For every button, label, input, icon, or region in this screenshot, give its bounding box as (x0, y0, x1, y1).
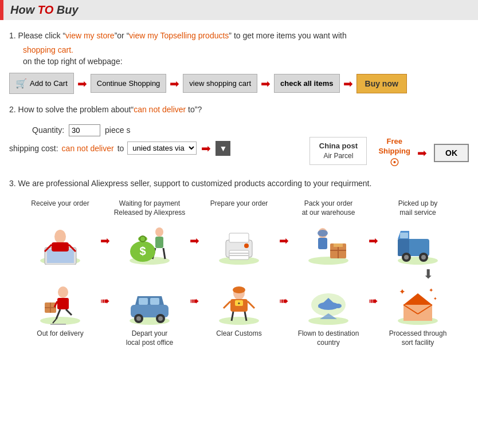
svg-text:✦: ✦ (237, 301, 241, 305)
flow-bar: 🛒 Add to Cart ➡ Continue Shopping ➡ view… (9, 73, 469, 94)
flow-step-2: Continue Shopping (91, 74, 167, 93)
icon-packing (291, 222, 366, 265)
dropdown-arrow-button[interactable]: ▼ (216, 141, 230, 156)
truck-svg (392, 222, 444, 265)
svg-point-74 (40, 317, 80, 325)
svg-point-40 (421, 255, 426, 260)
svg-rect-5 (52, 242, 69, 251)
delivery-svg (34, 282, 86, 325)
process-arrow-r2-4: ➠ (97, 294, 112, 308)
label-sorting: Processed throughsort facility (381, 329, 455, 347)
process-arrow-r2-1: ➠ (366, 294, 381, 308)
step1-number: 1. (9, 31, 16, 40)
quantity-unit: piece s (105, 125, 130, 135)
step2-section: 2. How to solve the problem about“can no… (9, 103, 469, 170)
label-payment: Waiting for paymentReleased by Aliexpres… (112, 199, 187, 217)
step2-text: How to solve the problem about“ (18, 105, 134, 114)
arrow-4: ➡ (343, 77, 353, 91)
process-row1-labels: Receive your order Waiting for paymentRe… (15, 199, 463, 217)
process-row1-icons: ➡ $ (15, 222, 463, 265)
free-shipping-radio: ☉ (378, 156, 410, 170)
svg-point-55 (219, 317, 259, 325)
packing-svg (303, 222, 354, 265)
svg-rect-36 (400, 233, 408, 238)
svg-point-21 (244, 243, 249, 248)
svg-point-4 (54, 230, 66, 243)
shipping-arrow: ➡ (201, 142, 211, 155)
step2-left: Quantity: piece s shipping cost:can not … (9, 120, 298, 158)
view-shopping-cart-button[interactable]: view shopping cart (183, 74, 257, 93)
down-arrow-connector: ⬇ (15, 267, 463, 282)
svg-line-61 (224, 301, 230, 308)
money-bag-svg: $ (124, 222, 175, 265)
icon-customs: ✦ (202, 282, 276, 325)
step2-number: 2. (9, 105, 16, 114)
label-flown: Flown to destinationcountry (291, 329, 366, 347)
svg-rect-22 (229, 253, 249, 254)
arrow-1: ➡ (77, 77, 87, 91)
svg-point-26 (318, 230, 328, 237)
step2-suffix: to”? (186, 105, 202, 114)
svg-text:✦: ✦ (433, 296, 437, 301)
step3-number: 3. (9, 179, 16, 188)
arrow-2: ➡ (170, 77, 179, 91)
printer-svg (213, 222, 265, 265)
check-all-items-button[interactable]: check all items (274, 74, 340, 93)
step1-prefix: Please click “ (18, 31, 65, 40)
header-banner: How TO Buy (0, 0, 478, 20)
svg-rect-27 (318, 238, 327, 249)
svg-rect-23 (229, 255, 249, 256)
svg-point-9 (155, 227, 163, 237)
airplane-svg (303, 282, 354, 325)
svg-point-54 (335, 304, 342, 308)
label-receive: Receive your order (23, 199, 97, 217)
quantity-input[interactable] (69, 124, 100, 136)
svg-rect-10 (155, 237, 163, 248)
svg-point-75 (58, 286, 68, 298)
step2-inner: Quantity: piece s shipping cost:can not … (9, 120, 469, 170)
svg-text:$: $ (139, 245, 146, 257)
process-arrow-r2-3: ➠ (187, 294, 202, 308)
step1-suffix: ” to get more items you want with (229, 31, 346, 40)
icon-airplane (291, 282, 366, 325)
link-view-store[interactable]: view my store (65, 31, 115, 40)
process-arrow-1: ➡ (97, 234, 112, 247)
title-to: TO (38, 3, 57, 16)
label-prepare: Prepare your order (202, 199, 276, 217)
title-how: How (10, 3, 38, 16)
link-topselling[interactable]: view my Topselling products (129, 31, 229, 40)
buy-now-button[interactable]: Buy now (356, 74, 407, 93)
svg-marker-42 (403, 293, 432, 305)
shipping-prefix: shipping cost: (9, 144, 58, 153)
step1-middle: ”or “ (115, 31, 130, 40)
add-to-cart-button[interactable]: 🛒 Add to Cart (9, 73, 74, 94)
person-computer-svg (34, 222, 86, 265)
step1-subtext: shopping cart. (9, 45, 469, 54)
process-row2-icons: ✦ ✦ ✦ ➠ (15, 282, 463, 325)
step2-title: 2. How to solve the problem about“can no… (9, 103, 469, 116)
china-post-sub: Air Parcel (316, 151, 361, 161)
svg-rect-68 (139, 298, 148, 305)
quantity-row: Quantity: piece s (32, 124, 298, 136)
cart-icon: 🛒 (15, 78, 27, 89)
ok-button[interactable]: OK (434, 144, 469, 162)
flow-step-5: Buy now (356, 74, 407, 93)
free-shipping-box: Free Shipping ☉ (378, 137, 410, 170)
step3-text: 3. We are professional Aliexpress seller… (9, 179, 469, 188)
flow-step-4: check all items (274, 74, 340, 93)
svg-text:✦: ✦ (429, 287, 433, 293)
sorting-svg: ✦ ✦ ✦ (392, 282, 444, 325)
label-out-delivery: Out for delivery (23, 329, 97, 347)
title-buy: Buy (57, 3, 79, 16)
label-customs: Clear Customs (202, 329, 276, 347)
svg-text:✦: ✦ (399, 287, 406, 296)
page-container: How TO Buy 1. Please click “view my stor… (0, 0, 478, 362)
continue-shopping-button[interactable]: Continue Shopping (91, 74, 167, 93)
shipping-destination-dropdown[interactable]: unied states via (127, 142, 197, 155)
process-arrow-4: ➡ (366, 234, 381, 247)
process-arrow-2: ➡ (187, 234, 202, 247)
label-depart: Depart yourlocal post office (112, 329, 187, 347)
main-section: 1. Please click “view my store”or “view … (0, 29, 478, 362)
link-shopping-cart[interactable]: shopping cart. (23, 45, 73, 54)
down-arrow: ⬇ (423, 267, 433, 282)
